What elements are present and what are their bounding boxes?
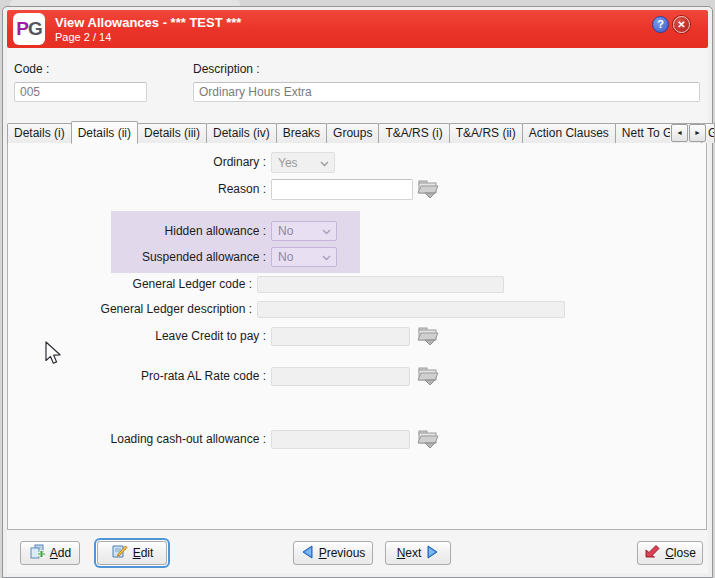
tab-details-iv[interactable]: Details (iv) <box>206 123 277 143</box>
suspended-allowance-label: Suspended allowance : <box>56 250 266 264</box>
previous-icon <box>301 545 314 562</box>
ordinary-label: Ordinary : <box>56 155 266 169</box>
tab-scroll-right-icon[interactable]: ► <box>689 124 706 142</box>
next-button[interactable]: Next <box>385 541 451 565</box>
close-icon <box>644 544 660 562</box>
add-button[interactable]: Add <box>20 541 80 565</box>
chevron-down-icon <box>322 250 331 264</box>
hidden-allowance-label: Hidden allowance : <box>56 224 266 238</box>
tab-details-iii[interactable]: Details (iii) <box>137 123 207 143</box>
code-field[interactable]: 005 <box>14 82 147 102</box>
tab-ta-rs-i[interactable]: T&A/RS (i) <box>378 123 449 143</box>
prorata-rate-field <box>271 367 410 386</box>
reason-lookup-button[interactable] <box>415 178 441 201</box>
leave-credit-lookup-button[interactable] <box>415 325 441 348</box>
tab-groups[interactable]: Groups <box>326 123 379 143</box>
tab-details-i[interactable]: Details (i) <box>7 123 72 143</box>
suspended-allowance-value: No <box>278 250 293 264</box>
hidden-allowance-value: No <box>278 224 293 238</box>
pg-logo: PG <box>13 13 45 45</box>
folder-lookup-icon <box>416 188 440 203</box>
code-label: Code : <box>14 62 49 76</box>
titlebar-close-icon[interactable]: ✕ <box>673 16 690 33</box>
gl-code-field <box>257 276 504 293</box>
folder-lookup-icon <box>416 438 440 453</box>
prorata-rate-lookup-button[interactable] <box>415 365 441 388</box>
reason-label: Reason : <box>56 182 266 196</box>
tab-ta-rs-ii[interactable]: T&A/RS (ii) <box>449 123 523 143</box>
chevron-down-icon <box>322 224 331 238</box>
ordinary-value: Yes <box>278 156 298 170</box>
ordinary-select: Yes <box>271 152 335 173</box>
previous-button-label: Previous <box>319 546 366 560</box>
description-field[interactable]: Ordinary Hours Extra <box>193 82 700 102</box>
gl-description-field <box>257 301 565 318</box>
titlebar[interactable]: PG View Allowances - *** TEST *** Page 2… <box>7 10 708 48</box>
close-button[interactable]: Close <box>637 541 703 565</box>
loading-cashout-label: Loading cash-out allowance : <box>56 432 266 446</box>
add-button-label: Add <box>50 546 71 560</box>
chevron-down-icon <box>320 156 329 170</box>
help-icon[interactable]: ? <box>652 16 669 33</box>
window-title: View Allowances - *** TEST *** <box>55 15 241 30</box>
reason-field[interactable] <box>271 179 413 200</box>
loading-cashout-lookup-button[interactable] <box>415 428 441 451</box>
tab-strip: Details (i) Details (ii) Details (iii) D… <box>7 120 707 143</box>
description-label: Description : <box>193 62 260 76</box>
next-icon <box>426 545 439 562</box>
leave-credit-field <box>271 327 410 346</box>
close-button-label: Close <box>665 546 696 560</box>
loading-cashout-field <box>271 430 410 449</box>
edit-button-label: Edit <box>133 546 154 560</box>
mouse-cursor <box>44 341 62 370</box>
edit-icon <box>111 544 128 563</box>
details-ii-panel: Ordinary : Yes Reason : Hidden allowance… <box>7 142 707 530</box>
add-icon <box>29 544 45 563</box>
tab-breaks[interactable]: Breaks <box>276 123 327 143</box>
hidden-allowance-select: No <box>271 221 337 241</box>
view-allowances-dialog: PG View Allowances - *** TEST *** Page 2… <box>0 0 715 578</box>
suspended-allowance-select: No <box>271 247 337 267</box>
next-button-label: Next <box>397 546 422 560</box>
gl-code-label: General Ledger code : <box>42 277 252 291</box>
gl-description-label: General Ledger description : <box>42 302 252 316</box>
folder-lookup-icon <box>416 335 440 350</box>
folder-lookup-icon <box>416 375 440 390</box>
tab-details-ii[interactable]: Details (ii) <box>71 121 138 144</box>
page-indicator: Page 2 / 14 <box>55 31 111 43</box>
leave-credit-label: Leave Credit to pay : <box>56 329 266 343</box>
prorata-rate-label: Pro-rata AL Rate code : <box>56 369 266 383</box>
tab-scroll-left-icon[interactable]: ◄ <box>671 124 688 142</box>
tab-action-clauses[interactable]: Action Clauses <box>522 123 616 143</box>
tab-scroll-buttons: ◄ ► <box>670 124 706 142</box>
previous-button[interactable]: Previous <box>293 541 373 565</box>
edit-button[interactable]: Edit <box>97 541 167 565</box>
